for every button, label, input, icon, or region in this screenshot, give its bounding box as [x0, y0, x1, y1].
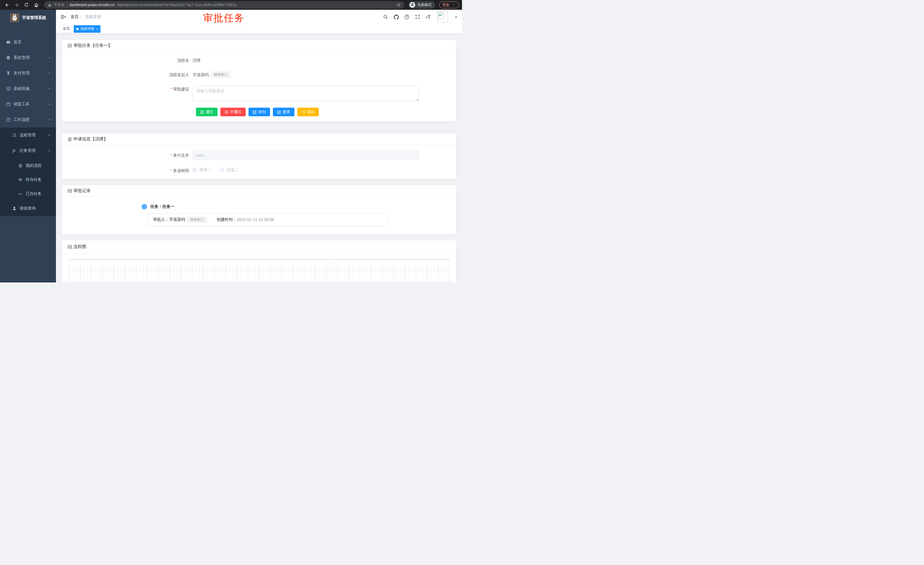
- browser-reload-icon[interactable]: [22, 1, 30, 9]
- sidebar-item-infrastructure[interactable]: 基础设施: [0, 81, 56, 96]
- checkbox-option-2[interactable]: 选项二: [220, 167, 238, 173]
- incognito-label: 无痕模式: [417, 3, 432, 8]
- picture-icon: [68, 44, 72, 48]
- approve-button[interactable]: 通过: [196, 108, 218, 116]
- avatar[interactable]: [437, 12, 448, 23]
- card-header: 审批记录: [62, 185, 456, 197]
- yen-icon: ¥: [6, 71, 10, 75]
- delegate-button[interactable]: 委派: [273, 108, 294, 116]
- chevron-up-icon: [48, 118, 51, 121]
- task-title: 任务：任务一: [150, 204, 174, 209]
- search-icon[interactable]: [383, 14, 388, 20]
- application-info-card: 申请信息【滔博】 *单行文本 *多选框组: [62, 133, 456, 179]
- url-bar[interactable]: 不安全 dashboard.yudao.iocoder.cn /bpm/proc…: [44, 1, 404, 9]
- card-header: 流程图: [62, 240, 456, 254]
- reject-button[interactable]: 不通过: [220, 108, 246, 116]
- url-host: dashboard.yudao.iocoder.cn: [70, 3, 115, 7]
- tab-home[interactable]: 首页: [60, 25, 72, 33]
- picture-icon: [68, 245, 72, 249]
- sidebar-item-my-process[interactable]: 我的流程: [0, 158, 56, 173]
- briefcase-icon: [6, 117, 10, 122]
- sidebar-item-label: 系统管理: [14, 55, 30, 60]
- suggestion-row: *审批建议: [68, 86, 450, 101]
- chevron-down-icon: [48, 87, 51, 90]
- tab-process-detail[interactable]: 流程详情 ×: [74, 25, 100, 33]
- gear-icon: [6, 56, 10, 60]
- approve-label: 通过: [206, 110, 213, 114]
- dashboard-icon: [6, 40, 10, 45]
- monitor-icon: [6, 86, 10, 91]
- sidebar-item-system[interactable]: 系统管理: [0, 50, 56, 65]
- return-button[interactable]: 退回: [297, 108, 319, 116]
- caret-down-icon[interactable]: ▾: [455, 15, 457, 19]
- approver-label: 审批人：: [153, 217, 169, 222]
- transfer-button[interactable]: 转办: [249, 108, 270, 116]
- sidebar-item-leave-query[interactable]: 请假查询: [0, 201, 56, 216]
- tags-view-bar: 首页 流程详情 ×: [56, 24, 462, 34]
- approval-task-card: 审批任务【任务一】 流程名 滔博 流程发起人 芋道源码 研发部门: [62, 40, 456, 122]
- sidebar-logo-row[interactable]: 芋道管理系统: [0, 10, 56, 26]
- tab-close-icon[interactable]: ×: [96, 27, 98, 31]
- sidebar-item-process-management[interactable]: 流程管理: [0, 128, 56, 143]
- card-header: 申请信息【滔博】: [62, 134, 456, 145]
- breadcrumb-home[interactable]: 首页: [70, 14, 79, 20]
- sidebar-item-label: 待办任务: [26, 177, 42, 182]
- single-line-label: 单行文本: [173, 153, 189, 158]
- card-title: 审批任务【任务一】: [74, 43, 112, 48]
- help-icon[interactable]: [404, 14, 410, 20]
- screen: 不安全 dashboard.yudao.iocoder.cn /bpm/proc…: [0, 0, 462, 282]
- tab-label: 首页: [63, 26, 70, 31]
- browser-back-icon[interactable]: [3, 1, 11, 9]
- approval-actions: 通过 不通过 转办 委: [68, 108, 450, 116]
- eye-open-icon: [18, 177, 22, 182]
- required-mark: *: [171, 153, 172, 158]
- font-size-icon[interactable]: TT: [426, 15, 430, 20]
- bookmark-star-icon[interactable]: [396, 3, 401, 7]
- browser-update-button[interactable]: 更新 ⋮: [439, 2, 459, 8]
- fullscreen-icon[interactable]: [415, 14, 420, 20]
- hamburger-icon[interactable]: [60, 14, 66, 20]
- browser-forward-icon[interactable]: [13, 1, 21, 9]
- sidebar-item-payment[interactable]: ¥ 支付管理: [0, 65, 56, 81]
- chevron-down-icon: [48, 56, 51, 59]
- browser-menu-icon[interactable]: ⋮: [452, 3, 456, 7]
- sidebar-item-workflow[interactable]: 工作流程: [0, 112, 56, 128]
- process-name-row: 流程名 滔博: [68, 57, 450, 63]
- single-line-input[interactable]: [192, 151, 419, 160]
- incognito-badge: 无痕模式: [408, 1, 435, 9]
- checkbox-group: 选项一 选项二: [192, 167, 247, 173]
- sidebar-item-devtools[interactable]: 研发工具: [0, 96, 56, 112]
- breadcrumb: 首页 / 流程详情: [70, 14, 101, 20]
- checkbox-unchecked-icon: [220, 168, 224, 172]
- reject-label: 不通过: [230, 110, 242, 114]
- navbar-actions: TT ▾: [383, 12, 457, 23]
- page-content: 审批任务【任务一】 流程名 滔博 流程发起人 芋道源码 研发部门: [56, 34, 462, 282]
- active-tab-dot-icon: [76, 28, 79, 30]
- breadcrumb-separator: /: [81, 15, 82, 19]
- approver-value: 芋道源码: [169, 217, 185, 222]
- single-line-row: *单行文本: [68, 151, 450, 160]
- sidebar-item-done-tasks[interactable]: 已办任务: [0, 186, 56, 201]
- sidebar: 芋道管理系统 首页 系统管理 ¥: [0, 10, 56, 282]
- checkbox-label: 选项一: [199, 167, 211, 173]
- initiator-value: 芋道源码: [192, 72, 208, 78]
- breadcrumb-current: 流程详情: [85, 14, 101, 20]
- browser-home-icon[interactable]: [32, 1, 40, 9]
- sidebar-item-todo-tasks[interactable]: 待办任务: [0, 173, 56, 186]
- bpmn-diagram-canvas[interactable]: [69, 259, 450, 282]
- required-mark: *: [171, 87, 172, 91]
- document-icon: [68, 137, 72, 141]
- toolbox-icon: [6, 102, 10, 107]
- sidebar-item-label: 首页: [14, 40, 21, 45]
- process-name-value: 滔博: [192, 57, 201, 63]
- suggestion-textarea[interactable]: [192, 86, 419, 101]
- checkbox-option-1[interactable]: 选项一: [192, 167, 211, 173]
- sidebar-item-task-management[interactable]: 任务管理: [0, 143, 56, 158]
- github-icon[interactable]: [394, 14, 399, 20]
- eye-closed-icon: [18, 191, 22, 196]
- sidebar-item-home[interactable]: 首页: [0, 35, 56, 50]
- security-label: 不安全: [54, 3, 65, 8]
- url-divider: [67, 3, 68, 7]
- checkbox-checked-icon: [192, 168, 196, 172]
- checkbox-group-label: 多选框组: [173, 168, 189, 173]
